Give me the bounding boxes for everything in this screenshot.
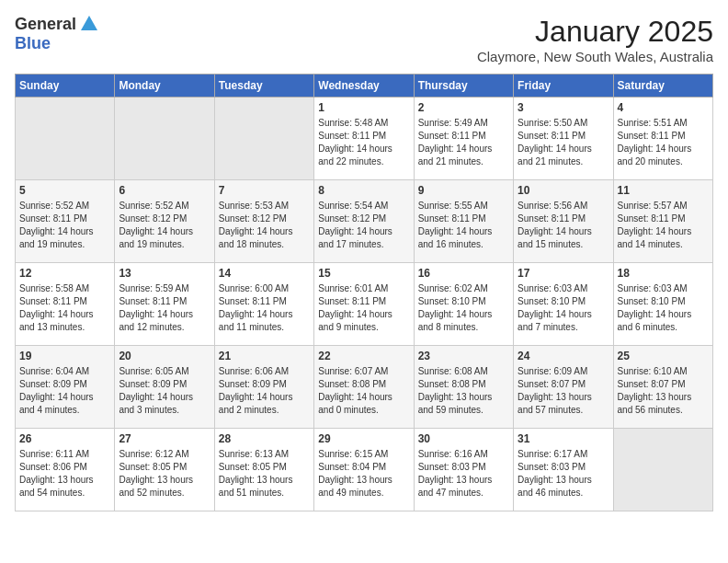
day-info: Sunrise: 5:53 AMSunset: 8:12 PMDaylight:… bbox=[219, 200, 310, 251]
weekday-header: Wednesday bbox=[314, 75, 414, 98]
weekday-header: Friday bbox=[514, 75, 613, 98]
calendar-cell: 1 Sunrise: 5:48 AMSunset: 8:11 PMDayligh… bbox=[314, 98, 414, 180]
day-number: 6 bbox=[119, 184, 210, 197]
weekday-header: Sunday bbox=[16, 75, 115, 98]
day-number: 26 bbox=[19, 432, 110, 445]
day-info: Sunrise: 5:50 AMSunset: 8:11 PMDaylight:… bbox=[518, 117, 609, 168]
calendar-cell: 24 Sunrise: 6:09 AMSunset: 8:07 PMDaylig… bbox=[514, 346, 613, 429]
calendar-cell: 8 Sunrise: 5:54 AMSunset: 8:12 PMDayligh… bbox=[314, 180, 414, 263]
calendar-table: SundayMondayTuesdayWednesdayThursdayFrid… bbox=[15, 74, 713, 511]
day-info: Sunrise: 6:08 AMSunset: 8:08 PMDaylight:… bbox=[418, 365, 509, 417]
day-number: 21 bbox=[219, 350, 310, 362]
calendar-week-row: 5 Sunrise: 5:52 AMSunset: 8:11 PMDayligh… bbox=[16, 180, 713, 263]
day-number: 27 bbox=[119, 432, 210, 445]
day-info: Sunrise: 5:49 AMSunset: 8:11 PMDaylight:… bbox=[418, 117, 509, 168]
calendar-cell: 23 Sunrise: 6:08 AMSunset: 8:08 PMDaylig… bbox=[414, 346, 513, 429]
calendar-week-row: 1 Sunrise: 5:48 AMSunset: 8:11 PMDayligh… bbox=[16, 98, 713, 180]
day-info: Sunrise: 6:10 AMSunset: 8:07 PMDaylight:… bbox=[618, 365, 709, 417]
calendar-cell: 2 Sunrise: 5:49 AMSunset: 8:11 PMDayligh… bbox=[414, 98, 513, 180]
calendar-cell: 10 Sunrise: 5:56 AMSunset: 8:11 PMDaylig… bbox=[514, 180, 613, 263]
day-info: Sunrise: 6:17 AMSunset: 8:03 PMDaylight:… bbox=[518, 448, 609, 500]
day-info: Sunrise: 6:06 AMSunset: 8:09 PMDaylight:… bbox=[219, 365, 310, 417]
calendar-cell: 27 Sunrise: 6:12 AMSunset: 8:05 PMDaylig… bbox=[115, 429, 214, 511]
weekday-header: Saturday bbox=[613, 75, 712, 98]
day-info: Sunrise: 5:59 AMSunset: 8:11 PMDaylight:… bbox=[119, 282, 210, 334]
calendar-cell: 15 Sunrise: 6:01 AMSunset: 8:11 PMDaylig… bbox=[314, 263, 414, 346]
day-number: 1 bbox=[318, 101, 409, 114]
calendar-cell: 21 Sunrise: 6:06 AMSunset: 8:09 PMDaylig… bbox=[214, 346, 313, 429]
calendar-cell: 14 Sunrise: 6:00 AMSunset: 8:11 PMDaylig… bbox=[214, 263, 313, 346]
calendar-cell: 11 Sunrise: 5:57 AMSunset: 8:11 PMDaylig… bbox=[613, 180, 712, 263]
day-info: Sunrise: 5:54 AMSunset: 8:12 PMDaylight:… bbox=[318, 200, 409, 251]
calendar-cell: 17 Sunrise: 6:03 AMSunset: 8:10 PMDaylig… bbox=[514, 263, 613, 346]
day-number: 10 bbox=[518, 184, 609, 197]
logo: General Blue bbox=[15, 15, 97, 53]
calendar-header-row: SundayMondayTuesdayWednesdayThursdayFrid… bbox=[16, 75, 713, 98]
day-number: 31 bbox=[518, 432, 609, 445]
calendar-cell: 18 Sunrise: 6:03 AMSunset: 8:10 PMDaylig… bbox=[613, 263, 712, 346]
day-number: 3 bbox=[518, 101, 609, 114]
calendar-cell: 3 Sunrise: 5:50 AMSunset: 8:11 PMDayligh… bbox=[514, 98, 613, 180]
day-number: 23 bbox=[418, 350, 509, 362]
day-info: Sunrise: 6:09 AMSunset: 8:07 PMDaylight:… bbox=[518, 365, 609, 417]
day-info: Sunrise: 5:52 AMSunset: 8:11 PMDaylight:… bbox=[19, 200, 110, 251]
calendar-cell: 7 Sunrise: 5:53 AMSunset: 8:12 PMDayligh… bbox=[214, 180, 313, 263]
calendar-cell: 12 Sunrise: 5:58 AMSunset: 8:11 PMDaylig… bbox=[16, 263, 115, 346]
day-number: 11 bbox=[618, 184, 709, 197]
day-info: Sunrise: 6:03 AMSunset: 8:10 PMDaylight:… bbox=[518, 282, 609, 334]
calendar-body: 1 Sunrise: 5:48 AMSunset: 8:11 PMDayligh… bbox=[16, 98, 713, 511]
calendar-cell bbox=[115, 98, 214, 180]
day-info: Sunrise: 6:00 AMSunset: 8:11 PMDaylight:… bbox=[219, 282, 310, 334]
logo-triangle-icon bbox=[81, 16, 97, 34]
calendar-cell: 29 Sunrise: 6:15 AMSunset: 8:04 PMDaylig… bbox=[314, 429, 414, 511]
calendar-week-row: 19 Sunrise: 6:04 AMSunset: 8:09 PMDaylig… bbox=[16, 346, 713, 429]
day-number: 4 bbox=[618, 101, 709, 114]
day-info: Sunrise: 6:15 AMSunset: 8:04 PMDaylight:… bbox=[318, 448, 409, 500]
month-title: January 2025 bbox=[477, 15, 713, 49]
day-number: 18 bbox=[618, 267, 709, 280]
calendar-cell: 4 Sunrise: 5:51 AMSunset: 8:11 PMDayligh… bbox=[613, 98, 712, 180]
day-info: Sunrise: 6:12 AMSunset: 8:05 PMDaylight:… bbox=[119, 448, 210, 500]
day-info: Sunrise: 5:55 AMSunset: 8:11 PMDaylight:… bbox=[418, 200, 509, 251]
location-title: Claymore, New South Wales, Australia bbox=[477, 49, 713, 64]
calendar-cell: 6 Sunrise: 5:52 AMSunset: 8:12 PMDayligh… bbox=[115, 180, 214, 263]
calendar-cell: 5 Sunrise: 5:52 AMSunset: 8:11 PMDayligh… bbox=[16, 180, 115, 263]
day-number: 2 bbox=[418, 101, 509, 114]
day-number: 28 bbox=[219, 432, 310, 445]
day-info: Sunrise: 6:02 AMSunset: 8:10 PMDaylight:… bbox=[418, 282, 509, 334]
day-info: Sunrise: 6:07 AMSunset: 8:08 PMDaylight:… bbox=[318, 365, 409, 417]
day-number: 12 bbox=[19, 267, 110, 280]
title-block: January 2025 Claymore, New South Wales, … bbox=[477, 15, 713, 64]
day-number: 15 bbox=[318, 267, 409, 280]
day-number: 25 bbox=[618, 350, 709, 362]
weekday-header: Monday bbox=[115, 75, 214, 98]
calendar-cell: 22 Sunrise: 6:07 AMSunset: 8:08 PMDaylig… bbox=[314, 346, 414, 429]
day-info: Sunrise: 6:05 AMSunset: 8:09 PMDaylight:… bbox=[119, 365, 210, 417]
day-number: 7 bbox=[219, 184, 310, 197]
day-info: Sunrise: 5:56 AMSunset: 8:11 PMDaylight:… bbox=[518, 200, 609, 251]
day-info: Sunrise: 6:01 AMSunset: 8:11 PMDaylight:… bbox=[318, 282, 409, 334]
day-number: 14 bbox=[219, 267, 310, 280]
day-number: 16 bbox=[418, 267, 509, 280]
calendar-cell: 30 Sunrise: 6:16 AMSunset: 8:03 PMDaylig… bbox=[414, 429, 513, 511]
calendar-cell bbox=[613, 429, 712, 511]
weekday-header: Tuesday bbox=[214, 75, 313, 98]
day-info: Sunrise: 6:16 AMSunset: 8:03 PMDaylight:… bbox=[418, 448, 509, 500]
calendar-cell: 13 Sunrise: 5:59 AMSunset: 8:11 PMDaylig… bbox=[115, 263, 214, 346]
day-number: 29 bbox=[318, 432, 409, 445]
day-number: 5 bbox=[19, 184, 110, 197]
day-number: 30 bbox=[418, 432, 509, 445]
calendar-week-row: 12 Sunrise: 5:58 AMSunset: 8:11 PMDaylig… bbox=[16, 263, 713, 346]
day-number: 20 bbox=[119, 350, 210, 362]
calendar-cell bbox=[16, 98, 115, 180]
day-info: Sunrise: 5:48 AMSunset: 8:11 PMDaylight:… bbox=[318, 117, 409, 168]
day-number: 22 bbox=[318, 350, 409, 362]
day-info: Sunrise: 5:57 AMSunset: 8:11 PMDaylight:… bbox=[618, 200, 709, 251]
day-info: Sunrise: 6:13 AMSunset: 8:05 PMDaylight:… bbox=[219, 448, 310, 500]
day-info: Sunrise: 6:04 AMSunset: 8:09 PMDaylight:… bbox=[19, 365, 110, 417]
day-info: Sunrise: 5:58 AMSunset: 8:11 PMDaylight:… bbox=[19, 282, 110, 334]
weekday-header: Thursday bbox=[414, 75, 513, 98]
day-info: Sunrise: 6:11 AMSunset: 8:06 PMDaylight:… bbox=[19, 448, 110, 500]
day-info: Sunrise: 5:51 AMSunset: 8:11 PMDaylight:… bbox=[618, 117, 709, 168]
calendar-cell: 31 Sunrise: 6:17 AMSunset: 8:03 PMDaylig… bbox=[514, 429, 613, 511]
